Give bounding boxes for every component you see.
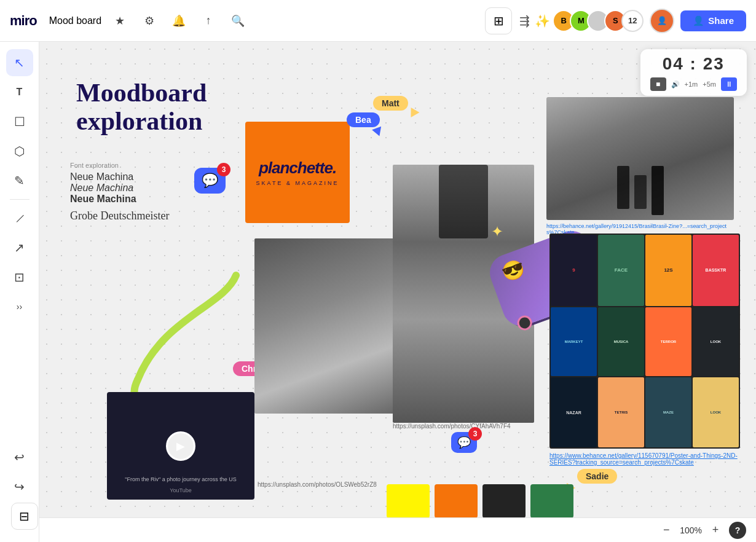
video-card: ▶ "From the Riv" a photo journey across …	[107, 392, 254, 500]
poster-4: BASSKTR	[693, 235, 739, 306]
swatch-box-2	[435, 484, 478, 517]
collaborators-area: B M S 12 👤 👤 Share	[557, 9, 746, 33]
big-photo	[546, 97, 734, 220]
swatch-4: #E9E9E9	[530, 484, 573, 517]
share-icon: 👤	[693, 15, 704, 26]
note-tool[interactable]: ☐	[6, 108, 33, 135]
cursor-sadie: Sadie	[577, 469, 617, 484]
title-line2: exploration	[76, 107, 207, 135]
notifications-button[interactable]: 🔔	[168, 10, 190, 32]
timer-plus5m[interactable]: +5m	[703, 81, 716, 88]
video-source: YouTube	[170, 487, 191, 493]
presenter-icon1[interactable]: ⇶	[519, 14, 530, 28]
poster-8: LOOK	[693, 307, 739, 377]
search-button[interactable]: 🔍	[227, 10, 249, 32]
pen-tool[interactable]: ✎	[6, 167, 33, 194]
swatch-box-4	[530, 484, 573, 517]
timer-plus1m[interactable]: +1m	[685, 81, 698, 88]
miro-logo: miro	[10, 13, 37, 29]
board-title: Mood board	[49, 15, 101, 26]
poster-6: MUSICA	[598, 307, 644, 377]
poster-5: MARKEYT	[551, 307, 597, 377]
cursor-arrow-matt	[407, 108, 420, 120]
poster-2: FACE	[598, 235, 644, 306]
poster-grid: 9 FACE 12S BASSKTR MARKEYT MUSICA TERROR…	[549, 234, 740, 449]
shapes-tool[interactable]: ⬡	[6, 138, 33, 165]
poster-1: 9	[551, 235, 597, 306]
swatch-3: #232323	[482, 484, 526, 517]
cursor-arrow-bea	[372, 127, 384, 138]
big-photo-image	[546, 97, 734, 220]
photo-chat-badge: 3	[468, 427, 482, 441]
video-caption: "From the Riv" a photo journey across th…	[120, 476, 241, 482]
timer-stop-button[interactable]: ■	[650, 77, 666, 91]
topbar: miro Mood board ★ ⚙ 🔔 ↑ 🔍 ⊞ ⇶ ✨ B M S 12…	[0, 0, 756, 42]
photo-url-2: https://unsplash.com/photos/OLSWeb52rZ8	[258, 481, 377, 488]
font-grobe: Grobe Deutschmeister	[70, 210, 169, 222]
brand-subtitle: SKATE & MAGAZINE	[256, 180, 339, 186]
timer-overlay: 04 : 23 ■ 🔊 +1m +5m ⏸	[640, 49, 747, 96]
more-tools[interactable]: ››	[6, 293, 33, 320]
chat-badge[interactable]: 💬 3	[194, 168, 226, 194]
zoom-in-button[interactable]: +	[707, 522, 724, 539]
font-3: Neue Machina	[70, 194, 169, 205]
poster-9: NAZAR	[551, 377, 597, 447]
panel-toggle[interactable]: ⊟	[11, 503, 38, 530]
undo-redo-group: ↩ ↪	[6, 444, 33, 500]
font-1: Neue Machina	[70, 171, 169, 183]
timer-sound[interactable]: 🔊	[671, 81, 680, 88]
timer-display: 04 : 23	[663, 54, 725, 74]
font-explore-label: Font exploration	[70, 162, 169, 169]
font-2: Neue Machina	[70, 183, 169, 194]
wheel-1	[515, 313, 534, 332]
poster-7: TERROR	[645, 307, 691, 377]
title-line1: Moodboard	[76, 79, 207, 107]
canvas[interactable]: 04 : 23 ■ 🔊 +1m +5m ⏸ Moodboard explorat…	[39, 42, 756, 517]
collaborator-count[interactable]: 12	[621, 10, 644, 32]
sparkle-1: ✦	[491, 223, 503, 240]
line-tool[interactable]: —	[0, 199, 38, 237]
share-button[interactable]: 👤 Share	[680, 10, 746, 31]
presenter-tools: ⇶ ✨	[519, 14, 550, 28]
brand-box: planchette. SKATE & MAGAZINE	[245, 122, 350, 223]
canvas-title: Moodboard exploration	[76, 79, 207, 135]
chat-badge-count: 3	[217, 163, 230, 176]
swatch-1: #0139FF	[387, 484, 430, 517]
font-exploration: Font exploration Neue Machina Neue Machi…	[70, 162, 169, 222]
text-tool[interactable]: T	[6, 79, 33, 106]
favorite-button[interactable]: ★	[109, 10, 131, 32]
cursor-bea: Bea	[347, 112, 380, 127]
video-play-button[interactable]: ▶	[166, 431, 195, 461]
settings-button[interactable]: ⚙	[138, 10, 160, 32]
undo-button[interactable]: ↩	[6, 444, 33, 471]
cursor-matt: Matt	[373, 96, 408, 111]
skate-photo-1	[254, 238, 396, 414]
avatar-5: 👤	[650, 9, 674, 33]
photo-url-1: https://unsplash.com/photos/CYfAhAVh7F4	[393, 423, 511, 430]
help-button[interactable]: ?	[729, 522, 746, 539]
share-label: Share	[708, 15, 734, 26]
poster-link: https://www.behance.net/gallery/11567079…	[549, 452, 740, 466]
brand-title: planchette.	[259, 159, 336, 178]
zoom-out-button[interactable]: −	[658, 522, 675, 539]
skate-photo-1-image	[254, 238, 396, 414]
presenter-icon2[interactable]: ✨	[535, 14, 550, 28]
upload-button[interactable]: ↑	[197, 10, 219, 32]
swatch-2: #FFF501	[435, 484, 478, 517]
photo-chat-bubble[interactable]: 💬 3	[451, 432, 477, 453]
frame-tool[interactable]: ⊡	[6, 264, 33, 291]
color-swatches: #0139FF #FFF501 #232323 #E9E9E9	[387, 484, 573, 517]
timer-pause-button[interactable]: ⏸	[721, 77, 737, 91]
redo-button[interactable]: ↪	[6, 473, 33, 500]
poster-12: LOOK	[693, 377, 739, 447]
skateboard-face: 😎	[499, 256, 528, 285]
left-sidebar: ↖ T ☐ ⬡ ✎ — ↗ ⊡ ›› ↩ ↪ ⊟	[0, 42, 39, 542]
poster-11: MAZE	[645, 377, 691, 447]
frames-button[interactable]: ⊞	[485, 7, 512, 34]
bottombar: − 100% + ?	[39, 517, 756, 542]
arrow-tool[interactable]: ↗	[6, 234, 33, 261]
swatch-box-1	[387, 484, 430, 517]
select-tool[interactable]: ↖	[6, 49, 33, 76]
poster-3: 12S	[645, 235, 691, 306]
poster-10: TETRIS	[598, 377, 644, 447]
